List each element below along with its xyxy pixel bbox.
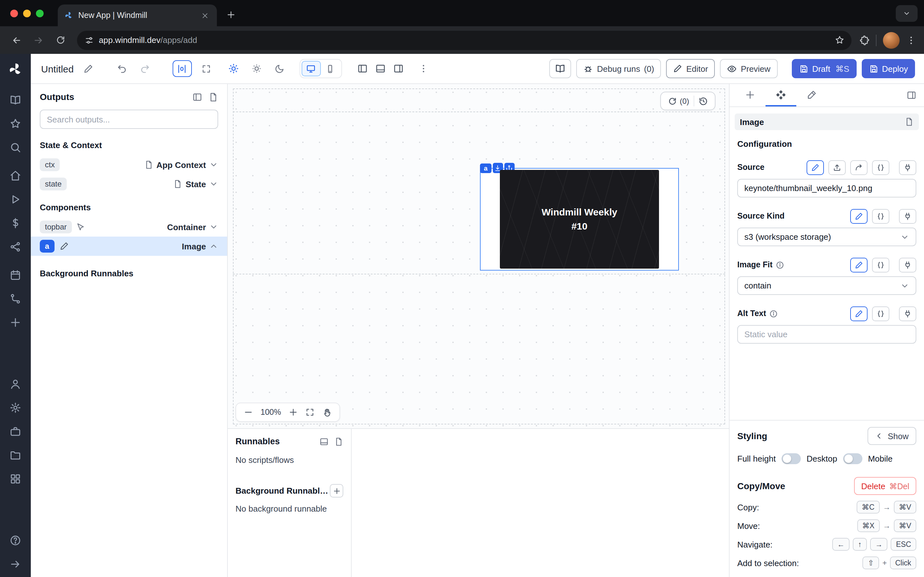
preview-button[interactable]: Preview: [720, 59, 778, 78]
runnables-doc-icon[interactable]: [334, 437, 343, 446]
output-row-ctx[interactable]: ctx App Context: [31, 155, 227, 174]
forward-button[interactable]: [29, 31, 47, 49]
resources-icon[interactable]: [9, 240, 22, 253]
variables-icon[interactable]: [9, 217, 22, 229]
profile-avatar[interactable]: [883, 32, 900, 48]
schedules-icon[interactable]: [9, 269, 22, 282]
toggle-right-panel-icon[interactable]: [393, 63, 404, 74]
state-badge[interactable]: state: [40, 177, 67, 190]
home-icon[interactable]: [9, 169, 22, 182]
delete-component-button[interactable]: Delete ⌘Del: [854, 477, 916, 495]
static-edit-button[interactable]: [850, 306, 867, 321]
chevron-down-icon[interactable]: [209, 179, 218, 189]
tab-insert-component[interactable]: [735, 84, 766, 106]
static-edit-button[interactable]: [850, 209, 867, 223]
search-icon[interactable]: [9, 141, 22, 154]
full-height-mobile-toggle[interactable]: [843, 453, 862, 464]
favorites-star-icon[interactable]: [9, 117, 22, 130]
toggle-bottom-panel-icon[interactable]: [375, 63, 386, 74]
plug-input-button[interactable]: [899, 160, 916, 175]
tab-component-settings[interactable]: [766, 84, 796, 106]
component-row-topbar[interactable]: topbar Container: [31, 218, 227, 237]
expression-button[interactable]: [872, 209, 889, 223]
zoom-in-icon[interactable]: [289, 408, 298, 417]
static-edit-button[interactable]: [850, 258, 867, 272]
add-icon[interactable]: [9, 316, 22, 329]
zoom-out-icon[interactable]: [244, 408, 253, 417]
docs-icon[interactable]: [9, 93, 22, 106]
plug-input-button[interactable]: [899, 306, 916, 321]
desktop-view-button[interactable]: [302, 61, 321, 76]
back-button[interactable]: [8, 31, 26, 49]
plug-input-button[interactable]: [899, 209, 916, 223]
close-window-button[interactable]: [10, 9, 18, 17]
selected-image-component[interactable]: a Windmill Weekly #10: [480, 168, 679, 271]
expression-button[interactable]: [872, 160, 889, 175]
windmill-logo[interactable]: [8, 61, 23, 77]
expression-button[interactable]: [872, 258, 889, 272]
bookmark-star-icon[interactable]: [831, 32, 848, 48]
pan-hand-icon[interactable]: [322, 408, 332, 417]
edit-id-pencil-icon[interactable]: [59, 242, 68, 251]
toggle-left-panel-icon[interactable]: [357, 63, 368, 74]
user-icon[interactable]: [9, 378, 22, 390]
show-styling-button[interactable]: Show: [868, 427, 916, 445]
collapse-outputs-panel-icon[interactable]: [192, 92, 202, 102]
center-guides-button[interactable]: [173, 60, 192, 77]
fit-screen-icon[interactable]: [305, 408, 314, 417]
collapse-sidebar-icon[interactable]: [9, 558, 22, 571]
flows-icon[interactable]: [9, 292, 22, 305]
component-row-a[interactable]: a Image: [31, 237, 227, 256]
help-icon[interactable]: [9, 534, 22, 547]
draft-button[interactable]: Draft ⌘S: [792, 59, 856, 78]
minimize-window-button[interactable]: [23, 9, 31, 17]
undo-button[interactable]: [113, 60, 130, 77]
image-fit-select[interactable]: contain: [737, 276, 916, 295]
apps-grid-icon[interactable]: [9, 472, 22, 485]
deploy-button[interactable]: Deploy: [861, 59, 915, 78]
url-bar[interactable]: app.windmill.dev/apps/add: [77, 31, 851, 50]
settings-gear-icon[interactable]: [9, 401, 22, 414]
more-options-icon[interactable]: [415, 60, 432, 77]
full-height-desktop-toggle[interactable]: [782, 453, 801, 464]
collapse-inspector-icon[interactable]: [904, 84, 919, 106]
theme-light-icon[interactable]: [225, 60, 242, 77]
editor-mode-button[interactable]: Editor: [666, 59, 715, 78]
component-id-tag[interactable]: a: [480, 163, 491, 173]
outputs-doc-icon[interactable]: [208, 92, 218, 102]
tab-search-button[interactable]: [896, 5, 918, 22]
debug-runs-button[interactable]: Debug runs (0): [577, 59, 661, 78]
static-edit-button[interactable]: [806, 160, 824, 175]
upload-button[interactable]: [829, 160, 846, 175]
connect-output-button[interactable]: [850, 160, 867, 175]
new-tab-button[interactable]: [222, 6, 240, 24]
tab-styling[interactable]: [796, 84, 827, 106]
fit-view-button[interactable]: [198, 60, 215, 77]
alt-text-input[interactable]: [737, 325, 916, 343]
site-info-icon[interactable]: [85, 35, 94, 45]
chevron-up-icon[interactable]: [209, 242, 218, 251]
redo-button[interactable]: [137, 60, 153, 77]
folders-icon[interactable]: [9, 449, 22, 462]
runs-icon[interactable]: [9, 193, 22, 206]
component-doc-icon[interactable]: [905, 117, 914, 126]
docs-button[interactable]: [549, 59, 572, 78]
collapse-runnables-icon[interactable]: [320, 437, 328, 446]
rename-app-pencil-icon[interactable]: [80, 60, 97, 77]
zoom-window-button[interactable]: [36, 9, 44, 17]
chevron-down-icon[interactable]: [209, 160, 218, 169]
ctx-badge[interactable]: ctx: [40, 158, 60, 171]
workers-icon[interactable]: [9, 425, 22, 438]
extensions-icon[interactable]: [859, 35, 869, 45]
browser-tab[interactable]: New App | Windmill: [58, 5, 217, 26]
refresh-history-button[interactable]: [694, 97, 712, 105]
refresh-app-button[interactable]: (0): [664, 97, 694, 105]
expression-button[interactable]: [872, 306, 889, 321]
plug-input-button[interactable]: [899, 258, 916, 272]
add-background-runnable-button[interactable]: [330, 484, 343, 498]
tab-close-icon[interactable]: [199, 10, 210, 21]
topbar-badge[interactable]: topbar: [40, 221, 72, 234]
mobile-view-button[interactable]: [321, 61, 340, 76]
app-canvas[interactable]: (0) a: [228, 84, 729, 428]
theme-auto-icon[interactable]: [248, 60, 265, 77]
